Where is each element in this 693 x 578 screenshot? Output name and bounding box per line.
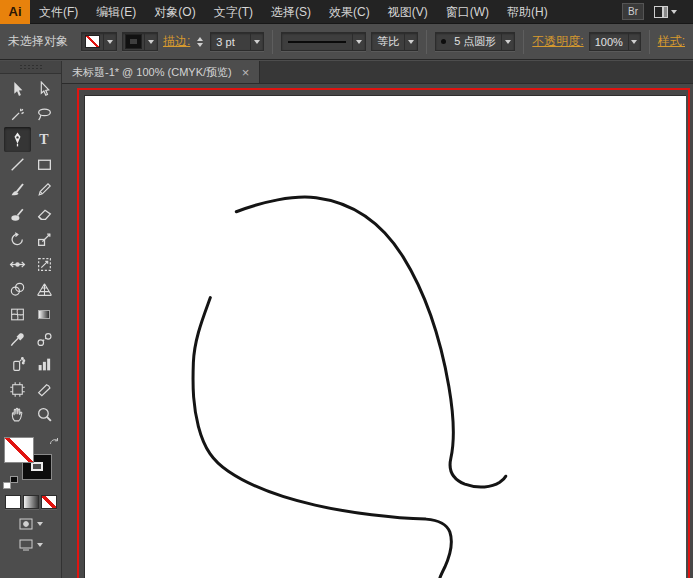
brush-definition-combo[interactable]: 5 点圆形 <box>435 32 515 51</box>
profile-uniform-combo[interactable]: 等比 <box>371 32 418 51</box>
tool-panel: T <box>0 61 62 578</box>
control-bar: 未选择对象 描边: 3 pt 等比 5 <box>0 24 693 60</box>
gradient-button[interactable] <box>23 495 39 509</box>
chevron-down-icon <box>37 543 43 547</box>
color-type-buttons <box>0 495 61 509</box>
variable-width-profile-combo[interactable] <box>281 32 366 51</box>
rotate-tool[interactable] <box>4 227 31 252</box>
artboard-guide <box>77 88 690 578</box>
stepper-down-icon <box>197 43 203 47</box>
magic-wand-tool[interactable] <box>4 102 31 127</box>
menu-item-object[interactable]: 对象(O) <box>145 0 204 24</box>
menu-item-type[interactable]: 文字(T) <box>205 0 262 24</box>
none-button[interactable] <box>41 495 57 509</box>
style-panel-link[interactable]: 样式: <box>658 33 685 50</box>
opacity-panel-link[interactable]: 不透明度: <box>532 33 583 50</box>
free-transform-tool[interactable] <box>31 252 58 277</box>
direct-selection-tool[interactable] <box>31 77 58 102</box>
bridge-button[interactable]: Br <box>622 3 644 20</box>
panel-grip-icon <box>19 64 43 70</box>
pencil-tool[interactable] <box>31 177 58 202</box>
paintbrush-tool-icon <box>9 181 26 198</box>
column-graph-tool[interactable] <box>31 352 58 377</box>
color-button[interactable] <box>5 495 21 509</box>
separator <box>649 30 650 54</box>
document-tab[interactable]: 未标题-1* @ 100% (CMYK/预览) × <box>62 61 260 83</box>
width-tool[interactable] <box>4 252 31 277</box>
hand-tool-icon <box>9 406 26 423</box>
drawing-mode-button[interactable] <box>0 518 61 530</box>
symbol-sprayer-tool[interactable] <box>4 352 31 377</box>
menu-item-help[interactable]: 帮助(H) <box>498 0 557 24</box>
direct-selection-tool-icon <box>36 81 53 98</box>
chevron-down-icon <box>408 40 414 44</box>
fill-dropdown-arrow <box>103 33 116 50</box>
eraser-tool[interactable] <box>31 202 58 227</box>
stepper-up-icon <box>197 37 203 41</box>
type-tool[interactable]: T <box>31 127 58 152</box>
tool-panel-header[interactable] <box>0 61 61 74</box>
opacity-combo[interactable]: 100% <box>589 32 641 51</box>
pencil-tool-icon <box>36 181 53 198</box>
lasso-tool-icon <box>36 106 53 123</box>
arrange-documents-icon <box>654 6 668 18</box>
fill-color-combo[interactable] <box>81 32 117 51</box>
blend-tool-icon <box>36 331 53 348</box>
chevron-down-icon <box>671 10 677 14</box>
zoom-tool-icon <box>36 406 53 423</box>
line-segment-tool[interactable] <box>4 152 31 177</box>
stroke-color-combo[interactable] <box>122 32 158 51</box>
slice-tool-icon <box>36 381 53 398</box>
fill-color-swatch[interactable] <box>4 437 34 463</box>
tab-close-button[interactable]: × <box>242 66 250 79</box>
perspective-grid-tool[interactable] <box>31 277 58 302</box>
shape-builder-tool-icon <box>9 281 26 298</box>
default-stroke-icon <box>10 476 18 483</box>
screen-mode-button[interactable] <box>0 539 61 551</box>
arrange-documents-button[interactable] <box>654 6 677 18</box>
stroke-weight-stepper[interactable] <box>195 37 205 47</box>
gradient-tool[interactable] <box>31 302 58 327</box>
artboard[interactable] <box>84 95 686 578</box>
stroke-dropdown-arrow <box>144 33 157 50</box>
default-colors-button[interactable] <box>3 476 18 489</box>
document-tab-title: 未标题-1* @ 100% (CMYK/预览) <box>72 65 232 80</box>
line-segment-tool-icon <box>9 156 26 173</box>
fill-none-swatch-icon <box>85 35 100 48</box>
blob-brush-tool[interactable] <box>4 202 31 227</box>
lasso-tool[interactable] <box>31 102 58 127</box>
paintbrush-tool[interactable] <box>4 177 31 202</box>
pen-tool[interactable] <box>4 127 31 152</box>
brush-value: 5 点圆形 <box>449 34 501 49</box>
scale-tool[interactable] <box>31 227 58 252</box>
selection-tool[interactable] <box>4 77 31 102</box>
menu-item-effect[interactable]: 效果(C) <box>320 0 379 24</box>
chevron-down-icon <box>254 40 260 44</box>
menu-bar-right: Br <box>622 3 693 20</box>
symbol-sprayer-tool-icon <box>9 356 26 373</box>
stroke-panel-link[interactable]: 描边: <box>163 33 190 50</box>
rectangle-tool[interactable] <box>31 152 58 177</box>
rotate-tool-icon <box>9 231 26 248</box>
tools-grid: T <box>0 74 61 427</box>
mesh-tool-icon <box>9 306 26 323</box>
chevron-down-icon <box>37 522 43 526</box>
menu-item-view[interactable]: 视图(V) <box>379 0 437 24</box>
menu-item-file[interactable]: 文件(F) <box>30 0 87 24</box>
eyedropper-tool[interactable] <box>4 327 31 352</box>
swap-colors-button[interactable] <box>49 435 59 449</box>
zoom-tool[interactable] <box>31 402 58 427</box>
stroke-weight-value: 3 pt <box>211 36 250 48</box>
mesh-tool[interactable] <box>4 302 31 327</box>
menu-item-select[interactable]: 选择(S) <box>262 0 320 24</box>
stroke-weight-combo[interactable]: 3 pt <box>210 32 264 51</box>
shape-builder-tool[interactable] <box>4 277 31 302</box>
menu-item-window[interactable]: 窗口(W) <box>437 0 498 24</box>
swap-colors-icon <box>49 437 59 446</box>
blend-tool[interactable] <box>31 327 58 352</box>
canvas[interactable] <box>62 84 693 578</box>
artboard-tool[interactable] <box>4 377 31 402</box>
hand-tool[interactable] <box>4 402 31 427</box>
menu-item-edit[interactable]: 编辑(E) <box>87 0 145 24</box>
slice-tool[interactable] <box>31 377 58 402</box>
